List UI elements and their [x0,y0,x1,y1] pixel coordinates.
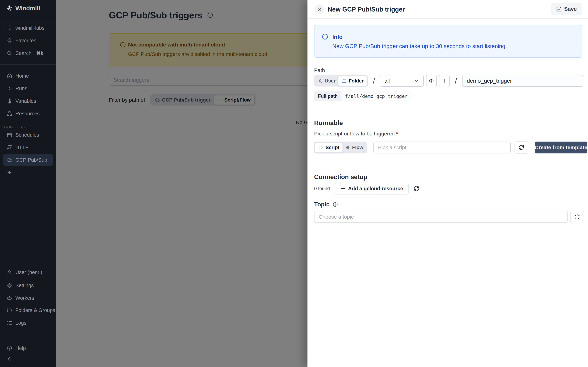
path-label: Path [314,67,325,73]
sidebar: Windmill windmill-labs Favorites Search⌘… [0,0,56,367]
refresh-icon [574,214,580,220]
add-gcloud-resource-button[interactable]: Add a gcloud resource [335,183,409,194]
info-icon [322,33,328,40]
sidebar-item-user[interactable]: User (henri) [0,266,56,279]
drawer-backdrop[interactable] [56,0,307,367]
dollar-icon [7,98,12,104]
plus-icon [340,186,346,191]
sidebar-divider [0,64,56,65]
search-icon [7,50,12,56]
runnable-tab-script[interactable]: Script [315,142,343,153]
sidebar-item-gcp-pubsub-active[interactable]: GCP Pub/Sub [3,154,53,166]
sidebar-item-home[interactable]: Home [0,70,56,82]
create-from-template-button[interactable]: Create from template [535,142,587,153]
sidebar-item-search[interactable]: Search⌘k [0,47,56,59]
help-icon [7,345,12,351]
sidebar-item-variables[interactable]: Variables [0,95,56,107]
drawer-header: New GCP Pub/Sub trigger Save [307,0,588,19]
user-icon [318,79,322,83]
close-button[interactable] [315,4,324,14]
info-title: Info [332,34,343,40]
list-icon [7,320,12,326]
chevron-down-icon [414,78,419,83]
sidebar-item-http[interactable]: HTTP [0,141,56,154]
resources-found-count: 0 found [314,186,330,191]
preview-folder-button[interactable] [426,75,437,87]
play-icon [7,86,12,91]
drawer-title: New GCP Pub/Sub trigger [328,6,405,13]
refresh-scripts-button[interactable] [515,141,528,154]
new-trigger-drawer: New GCP Pub/Sub trigger Save Info New GC… [307,0,588,367]
arrow-left-icon [7,356,12,362]
save-button[interactable]: Save [551,3,582,15]
path-separator: / [455,76,457,85]
plus-icon [7,170,12,175]
sidebar-item-schedules[interactable]: Schedules [0,129,56,141]
plus-icon [442,78,447,83]
info-body: New GCP Pub/Sub trigger can take up to 3… [332,43,507,50]
sidebar-item-favorites[interactable]: Favorites [0,34,56,47]
owner-tab-folder[interactable]: Folder [338,76,367,86]
code-icon [319,145,323,150]
search-shortcut: ⌘k [36,50,43,56]
refresh-topics-button[interactable] [570,211,584,223]
save-icon [556,6,562,12]
full-path-label: Full path [314,92,341,101]
refresh-icon [519,145,524,150]
required-asterisk: * [396,131,398,136]
cloud-icon [7,157,12,163]
path-separator: / [373,76,375,85]
sidebar-item-folders-groups[interactable]: Folders & Groups... [0,304,56,317]
runnable-heading: Runnable [314,119,343,127]
user-icon [7,269,12,275]
sidebar-divider [0,17,56,17]
robot-icon [7,295,12,301]
add-trigger-kind-button[interactable] [0,166,56,179]
close-icon [317,7,322,12]
sidebar-item-workspace[interactable]: windmill-labs [0,22,56,34]
bars-staggered-icon [346,145,350,150]
choose-topic-input[interactable]: Choose a topic [314,211,568,223]
windmill-logo-icon[interactable] [6,5,14,12]
sidebar-item-workers[interactable]: Workers [0,292,56,304]
folder-open-icon [7,307,12,313]
topic-heading: Topic [314,201,329,208]
sidebar-item-resources[interactable]: Resources [0,107,56,120]
route-icon [7,144,12,150]
topic-info-icon[interactable] [333,202,338,207]
sidebar-item-logs[interactable]: Logs [0,317,56,329]
runnable-tab-flow[interactable]: Flow [343,143,366,152]
folder-icon [342,78,346,83]
star-icon [7,38,12,43]
home-icon [7,73,12,79]
sidebar-item-runs[interactable]: Runs [0,82,56,95]
owner-tab-user[interactable]: User [315,76,338,85]
connection-heading: Connection setup [314,173,367,181]
eye-icon [429,78,434,83]
collapse-sidebar-button[interactable] [0,353,56,366]
brand-title: Windmill [15,5,40,12]
sidebar-item-help[interactable]: Help [0,342,56,354]
gear-icon [7,283,12,288]
refresh-resources-button[interactable] [414,186,419,192]
calendar-icon [7,132,12,138]
sidebar-item-settings[interactable]: Settings [0,279,56,292]
trigger-name-input[interactable]: demo_gcp_trigger [462,75,583,87]
full-path-value: f/all/demo_gcp_trigger [341,91,411,101]
cubes-icon [7,111,12,117]
runnable-kind-toggle: Script Flow [314,142,367,153]
new-folder-button[interactable] [439,75,450,87]
owner-kind-toggle: User Folder [314,75,368,86]
folder-select[interactable]: all [380,75,424,87]
info-alert: Info New GCP Pub/Sub trigger can take up… [314,25,582,58]
full-path-display: Full path f/all/demo_gcp_trigger [314,92,411,101]
pick-script-input[interactable]: Pick a script [373,142,511,153]
runnable-hint: Pick a script or flow to be triggered * [314,131,398,137]
